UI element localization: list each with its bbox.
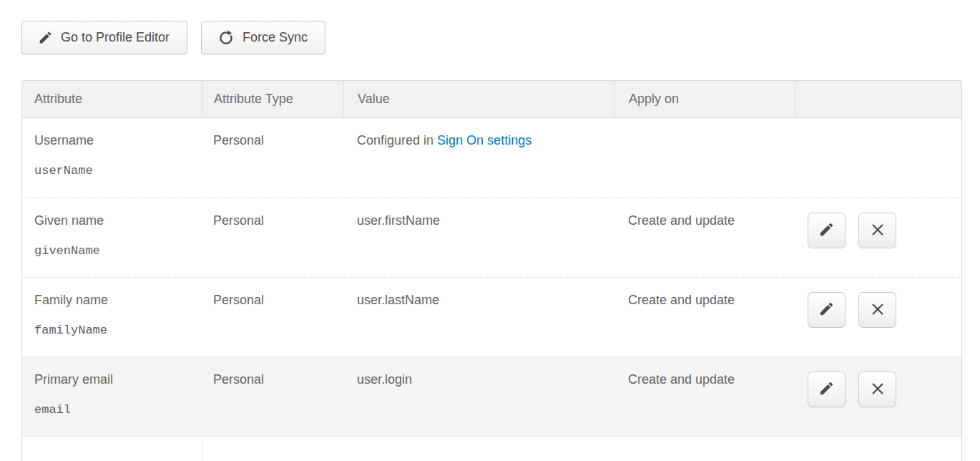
attribute-type-cell: Personal — [202, 278, 343, 356]
attribute-type-cell: Personal — [202, 198, 343, 277]
attribute-variable: familyName — [34, 324, 202, 338]
actions-cell — [795, 198, 961, 277]
apply-on-cell: Create and update — [614, 357, 795, 436]
row-actions — [808, 213, 961, 248]
attribute-type: Personal — [213, 213, 264, 228]
attribute-label: Given name — [34, 213, 202, 229]
apply-on-cell: Create and update — [614, 198, 795, 277]
apply-on-value: Create and update — [628, 293, 735, 307]
row-actions — [808, 372, 961, 407]
remove-attribute-button[interactable] — [858, 292, 896, 328]
attribute-variable: givenName — [34, 244, 202, 258]
value-text: user.login — [357, 372, 412, 387]
remove-attribute-button[interactable] — [858, 213, 896, 248]
attribute-type: Personal — [213, 372, 264, 387]
edit-attribute-button[interactable] — [808, 213, 846, 248]
pencil-icon — [818, 221, 835, 240]
table-row-empty — [22, 436, 961, 461]
apply-on-cell — [614, 118, 795, 198]
attribute-cell: Given name givenName — [22, 198, 202, 277]
pencil-icon — [818, 380, 835, 399]
attributes-table: Attribute Attribute Type Value Apply on … — [21, 80, 962, 461]
attribute-cell: Username userName — [22, 118, 202, 198]
table-header: Attribute Attribute Type Value Apply on — [22, 81, 961, 118]
x-icon — [870, 381, 886, 399]
table-row: Username userName Personal Configured in… — [22, 118, 961, 198]
attribute-label: Family name — [34, 293, 202, 309]
value-cell: Configured in Sign On settings — [343, 118, 614, 198]
attribute-mappings-page: Go to Profile Editor Force Sync Attribut… — [0, 0, 980, 461]
column-header-attribute: Attribute — [22, 81, 202, 117]
remove-attribute-button[interactable] — [858, 372, 896, 407]
toolbar: Go to Profile Editor Force Sync — [21, 21, 325, 54]
attribute-type: Personal — [213, 293, 264, 307]
force-sync-button[interactable]: Force Sync — [201, 21, 325, 54]
edit-attribute-button[interactable] — [808, 292, 846, 328]
attribute-type-cell: Personal — [202, 118, 343, 198]
apply-on-value: Create and update — [628, 213, 735, 228]
x-icon — [870, 222, 886, 240]
table-row: Primary email email Personal user.login … — [22, 356, 961, 436]
attribute-variable: email — [34, 403, 202, 417]
actions-cell — [795, 357, 961, 436]
actions-cell — [795, 118, 961, 198]
attribute-type: Personal — [213, 133, 264, 147]
go-to-profile-editor-label: Go to Profile Editor — [61, 30, 170, 45]
value-cell: user.lastName — [343, 278, 614, 356]
attribute-cell: Primary email email — [22, 357, 202, 436]
attribute-type-cell: Personal — [202, 357, 343, 436]
value-text: Configured in — [357, 133, 437, 147]
actions-cell — [795, 278, 961, 356]
force-sync-label: Force Sync — [242, 30, 308, 45]
table-body: Username userName Personal Configured in… — [22, 118, 961, 436]
value-cell: user.login — [343, 357, 614, 436]
column-header-apply-on: Apply on — [614, 81, 795, 117]
attribute-cell: Family name familyName — [22, 278, 202, 356]
attribute-label: Primary email — [34, 372, 202, 388]
row-actions — [808, 292, 961, 328]
refresh-icon — [217, 29, 235, 47]
column-header-actions — [795, 81, 961, 117]
value-text: user.firstName — [357, 213, 440, 228]
column-header-attribute-type: Attribute Type — [202, 81, 343, 117]
apply-on-value: Create and update — [628, 372, 735, 387]
pencil-icon — [818, 301, 835, 319]
pencil-icon — [38, 30, 53, 45]
x-icon — [870, 301, 886, 319]
attribute-label: Username — [34, 133, 202, 149]
value-text: user.lastName — [357, 293, 439, 307]
apply-on-cell: Create and update — [614, 278, 795, 356]
sign-on-settings-link[interactable]: Sign On settings — [437, 133, 531, 147]
value-cell: user.firstName — [343, 198, 614, 277]
go-to-profile-editor-button[interactable]: Go to Profile Editor — [21, 21, 187, 54]
table-row: Given name givenName Personal user.first… — [22, 198, 961, 277]
table-row: Family name familyName Personal user.las… — [22, 277, 961, 356]
column-header-value: Value — [343, 81, 614, 117]
edit-attribute-button[interactable] — [808, 372, 846, 407]
attribute-variable: userName — [34, 164, 202, 178]
